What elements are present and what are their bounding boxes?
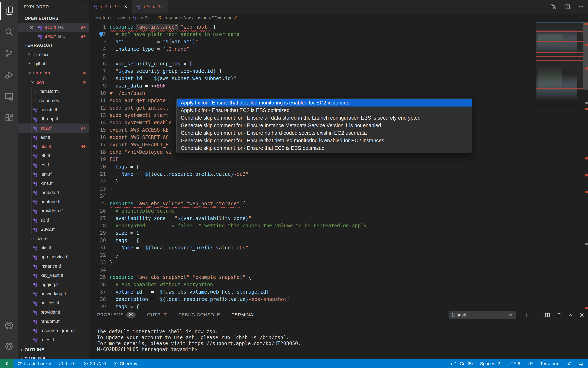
- open-changes-icon[interactable]: [550, 3, 557, 10]
- code-line-33[interactable]: 33}: [89, 259, 536, 266]
- panel-tab-output[interactable]: OUTPUT: [147, 309, 167, 321]
- kill-terminal-icon[interactable]: [556, 312, 562, 318]
- panel-tab-terminal[interactable]: TERMINAL: [232, 309, 256, 321]
- code-line-10[interactable]: 10#! /bin/bash: [89, 90, 536, 97]
- code-line-36[interactable]: 36 # ebs snapshot without encryption: [89, 281, 536, 288]
- chevron-down-icon[interactable]: [535, 312, 539, 318]
- code-line-30[interactable]: 30 tags = {: [89, 237, 536, 244]
- git-branch-status[interactable]: ts-add-bucket: [18, 361, 51, 366]
- more-actions-icon[interactable]: [578, 3, 584, 10]
- breadcrumb-item[interactable]: aws: [118, 15, 126, 20]
- tree-item-db-app.tf[interactable]: db-app.tf: [18, 114, 89, 123]
- tree-item-key_vault.tf[interactable]: key_vault.tf: [18, 271, 89, 280]
- maximize-panel-icon[interactable]: [568, 312, 573, 318]
- run-debug-icon[interactable]: [0, 66, 18, 84]
- panel-tab-debug-console[interactable]: DEBUG CONSOLE: [178, 309, 220, 321]
- lightbulb-icon[interactable]: [98, 31, 104, 37]
- account-icon[interactable]: [0, 316, 18, 334]
- code-line-5[interactable]: 5: [89, 53, 536, 60]
- tree-item-azure[interactable]: azure: [18, 234, 89, 243]
- tree-item-provider.tf[interactable]: provider.tf: [18, 307, 89, 317]
- project-header[interactable]: TERRAGOAT: [18, 41, 89, 50]
- open-editors-header[interactable]: OPEN EDITORS: [18, 14, 89, 23]
- tree-item-app_service.tf[interactable]: app_service.tf: [18, 252, 89, 261]
- close-icon[interactable]: ×: [30, 25, 38, 30]
- code-line-29[interactable]: 29 size = 1: [89, 229, 536, 237]
- cursor-position[interactable]: Ln 1, Col 20: [448, 361, 473, 366]
- tree-item-neptune.tf[interactable]: neptune.tf: [18, 197, 89, 206]
- tree-item-.github[interactable]: .github: [18, 59, 89, 68]
- code-line-1[interactable]: 1resource "aws_instance" "web_host" {: [89, 23, 536, 31]
- tree-item-resource_group.tf[interactable]: resource_group.tf: [18, 326, 89, 335]
- close-panel-icon[interactable]: [579, 312, 585, 318]
- terminal-shell-select[interactable]: 1: bash: [449, 311, 516, 319]
- feedback-button[interactable]: [567, 361, 571, 366]
- breadcrumb-item[interactable]: ec2.tf: [140, 15, 151, 20]
- code-line-25[interactable]: 25resource "aws_ebs_volume" "web_host_st…: [89, 200, 536, 207]
- scrollbar-slider[interactable]: [583, 22, 588, 90]
- indentation[interactable]: Spaces: 2: [480, 361, 500, 366]
- code-line-3[interactable]: 3 ami = "${var.ami}": [89, 38, 536, 45]
- tree-item-aks.tf[interactable]: aks.tf: [18, 243, 89, 252]
- quick-fix-item[interactable]: Apply fix for - Ensure that EC2 is EBS o…: [177, 107, 472, 114]
- more-actions-icon[interactable]: ⋯: [80, 4, 85, 10]
- checkov-status[interactable]: Checkov: [113, 361, 138, 366]
- quick-fix-item[interactable]: Generate skip comment for - Ensure that …: [177, 144, 472, 152]
- tree-item-random.tf[interactable]: random.tf: [18, 317, 89, 326]
- encoding[interactable]: UTF-8: [507, 361, 520, 366]
- panel-tab-problems[interactable]: PROBLEMS29: [97, 309, 136, 321]
- language-mode[interactable]: Terraform: [540, 361, 559, 366]
- tree-item-terraform[interactable]: terraform: [18, 68, 89, 77]
- quick-fix-item[interactable]: Generate skip comment for - Ensure Insta…: [177, 122, 472, 129]
- tree-item-logging.tf[interactable]: logging.tf: [18, 280, 89, 289]
- search-icon[interactable]: [0, 23, 18, 41]
- terminal-output[interactable]: The default interactive shell is now zsh…: [97, 329, 301, 352]
- tab-ec2[interactable]: ec2.tf 9+ ×: [89, 0, 132, 13]
- open-editor-eks.tf[interactable]: eks.tfter...9+: [18, 32, 89, 41]
- tree-item-lambda.tf[interactable]: lambda.tf: [18, 188, 89, 197]
- quick-fix-item[interactable]: Generate skip comment for - Ensure that …: [177, 137, 472, 144]
- tree-item-providers.tf[interactable]: providers.tf: [18, 206, 89, 215]
- breadcrumb-symbol[interactable]: resource "aws_instance" "web_host": [165, 15, 238, 20]
- code-line-8[interactable]: 8 subnet_id = "${aws_subnet.web_subnet.i…: [89, 75, 536, 82]
- tree-item-S3v2.tf[interactable]: S3v2.tf: [18, 225, 89, 234]
- code-line-39[interactable]: 39 tags = {: [89, 303, 536, 309]
- tree-item-s3.tf[interactable]: s3.tf: [18, 215, 89, 225]
- tree-item-networking.tf[interactable]: networking.tf: [18, 289, 89, 298]
- editor-scrollbar[interactable]: [583, 22, 588, 309]
- remote-explorer-icon[interactable]: [0, 88, 18, 105]
- quick-fix-item[interactable]: Generate skip comment for - Ensure no ha…: [177, 129, 472, 137]
- source-control-icon[interactable]: [0, 45, 18, 63]
- code-line-27[interactable]: 27 availability_zone = "${var.availabili…: [89, 215, 536, 222]
- quick-fix-item[interactable]: Apply fix for - Ensure that detailed mon…: [177, 99, 472, 107]
- explorer-icon[interactable]: [0, 2, 18, 20]
- quick-fix-item[interactable]: Generate skip comment for - Ensure all d…: [177, 114, 472, 122]
- close-icon[interactable]: ×: [124, 3, 127, 10]
- code-line-23[interactable]: 23}: [89, 185, 536, 193]
- outline-header[interactable]: OUTLINE: [18, 345, 89, 354]
- code-line-32[interactable]: 32 }: [89, 251, 536, 259]
- sync-status[interactable]: 1↓ 0↑: [59, 361, 76, 366]
- extensions-icon[interactable]: [0, 109, 18, 127]
- code-line-37[interactable]: 37 volume_id = "${aws_ebs_volume.web_hos…: [89, 288, 536, 296]
- code-line-4[interactable]: 4 instance_type = "t2.nano": [89, 45, 536, 53]
- tree-item-ec2.tf[interactable]: ec2.tf9+: [18, 123, 89, 133]
- code-line-20[interactable]: 20 tags = {: [89, 163, 536, 171]
- eol-sequence[interactable]: LF: [527, 361, 533, 366]
- code-line-22[interactable]: 22 }: [89, 178, 536, 185]
- tree-item-resources[interactable]: resources: [18, 96, 89, 105]
- code-line-38[interactable]: 38 description = "${local.resource_prefi…: [89, 296, 536, 303]
- tree-item-ecr.tf[interactable]: ecr.tf: [18, 133, 89, 142]
- split-editor-icon[interactable]: [564, 3, 570, 10]
- new-terminal-icon[interactable]: [524, 312, 529, 318]
- tree-item-.circleci[interactable]: .circleci: [18, 50, 89, 59]
- remote-indicator[interactable]: [0, 359, 13, 368]
- code-line-9[interactable]: 9 user_data = <<EOF: [89, 82, 536, 90]
- minimap[interactable]: [536, 22, 583, 309]
- code-line-2[interactable]: 2 # ec2 have plain text secrets in user …: [89, 31, 536, 38]
- problems-status[interactable]: 29 0: [83, 361, 106, 366]
- code-line-6[interactable]: 6 vpc_security_group_ids = [: [89, 60, 536, 67]
- breadcrumb-item[interactable]: terraform: [93, 15, 112, 20]
- code-line-21[interactable]: 21 Name = "${local.resource_prefix.value…: [89, 171, 536, 178]
- tree-item-consts.tf[interactable]: consts.tf: [18, 105, 89, 114]
